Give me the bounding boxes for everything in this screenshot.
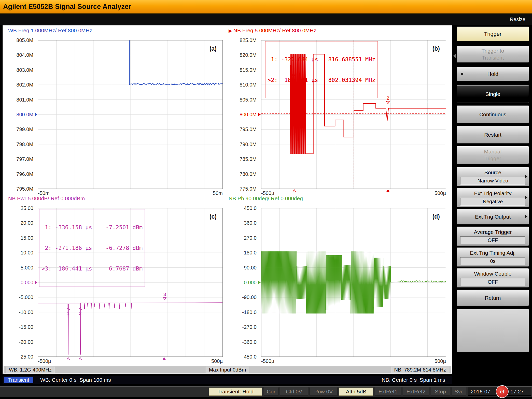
y-tick-label: -20.00 xyxy=(7,339,33,345)
x-tick-label: -50m xyxy=(38,190,50,196)
plots-panel: WB Freq 1.000MHz/ Ref 800.0MHz NB Freq 5… xyxy=(3,25,452,374)
menu-item-label: Window Couple xyxy=(474,270,511,277)
menu-manual-trigger: Manual Trigger xyxy=(457,146,529,164)
marker-readout-b: 1: -327.684 µs 816.688551 MHz >2: 186.44… xyxy=(265,41,378,98)
y-tick-label: 800.0M xyxy=(230,111,257,118)
status-stop: Stop xyxy=(431,388,450,396)
menu-item-label: Ext Trig Timing Adj. xyxy=(470,249,516,256)
plot-a-title: WB Freq 1.000MHz/ Ref 800.0MHz xyxy=(8,27,92,34)
x-tick-label: 500µ xyxy=(415,190,446,196)
reference-level-arrow-icon xyxy=(258,280,261,284)
y-tick-label: 805.0M xyxy=(230,97,257,103)
x-tick-label: -500µ xyxy=(261,190,274,196)
y-tick-label: -15.00 xyxy=(7,324,33,330)
app-title: Agilent E5052B Signal Source Analyzer xyxy=(3,0,131,13)
y-tick-label: 90.00 xyxy=(230,265,257,271)
y-tick-label: 800.0M xyxy=(7,111,33,118)
svg-text:3: 3 xyxy=(163,292,166,297)
menu-item-label: Ext Trig Output xyxy=(475,213,511,220)
plot-d-letter: (d) xyxy=(432,213,440,220)
menu-item-label: Ext Trig Polarity xyxy=(474,190,511,197)
status-ctrl-0v: Ctrl 0V xyxy=(280,388,308,396)
menu-item-value: Narrow Video xyxy=(460,177,525,185)
x-tick-label: 500µ xyxy=(192,358,223,364)
active-trace-icon xyxy=(229,27,233,33)
menu-item-label: Hold xyxy=(487,70,498,77)
y-tick-label: 180.0 xyxy=(230,250,257,256)
y-tick-label: -270.0 xyxy=(230,324,257,330)
nb-range-badge: NB: 789.2M-814.8MHz xyxy=(391,367,449,373)
y-tick-label: -5.000 xyxy=(7,294,33,300)
status-attn-5db: Attn 5dB xyxy=(339,388,373,396)
y-tick-label: 25.00 xyxy=(7,205,33,211)
y-tick-label: 825.0M xyxy=(230,37,257,43)
y-tick-label: 810.0M xyxy=(230,82,257,88)
menu-restart[interactable]: Restart xyxy=(457,126,529,144)
y-tick-label: 815.0M xyxy=(230,67,257,73)
svg-text:2: 2 xyxy=(79,311,82,316)
plot-a-canvas[interactable]: (a) xyxy=(38,40,223,189)
submenu-arrow-icon xyxy=(525,215,527,219)
menu-item-label: Average Trigger xyxy=(474,229,512,235)
menu-source[interactable]: SourceNarrow Video xyxy=(457,167,529,186)
y-tick-label: 804.0M xyxy=(7,52,33,58)
x-tick-label: 50m xyxy=(192,190,223,196)
status-17-27: 17:27 xyxy=(508,388,531,396)
menu-continuous[interactable]: Continuous xyxy=(457,105,529,123)
menu-window-couple[interactable]: Window CoupleOFF xyxy=(457,268,529,288)
menu-trigger: Trigger xyxy=(457,26,529,41)
menu-item-label: Continuous xyxy=(479,111,506,118)
wb-range-badge: WB: 1.2G-400MHz xyxy=(6,367,55,373)
y-tick-label: 795.0M xyxy=(230,126,257,132)
y-tick-label: 450.0 xyxy=(230,205,257,211)
menu-item-label: Source xyxy=(484,169,501,176)
menu-ext-trig-timing-adj[interactable]: Ext Trig Timing Adj.0s xyxy=(457,247,529,267)
wb-span-text: WB: Center 0 s Span 100 ms xyxy=(40,376,111,384)
y-tick-label: 805.0M xyxy=(7,37,33,43)
y-tick-label: 796.0M xyxy=(7,171,33,177)
y-tick-label: 785.0M xyxy=(230,156,257,162)
menu-hold[interactable]: Hold xyxy=(457,67,529,81)
nb-span-text: NB: Center 0 s Span 1 ms xyxy=(382,376,445,384)
system-bar: Transient: HoldCorCtrl 0VPow 0VAttn 5dBE… xyxy=(0,386,532,397)
menu-ext-trig-polarity[interactable]: Ext Trig PolarityNegative xyxy=(457,188,529,207)
y-tick-label: 20.00 xyxy=(7,220,33,226)
menu-average-trigger[interactable]: Average TriggerOFF xyxy=(457,226,529,246)
x-tick-label: 500µ xyxy=(415,358,446,364)
plot-a-letter: (a) xyxy=(209,45,217,52)
y-tick-label: 795.0M xyxy=(7,186,33,192)
menu-item-label: Restart xyxy=(484,131,501,138)
reference-level-arrow-icon xyxy=(258,112,261,117)
menu-item-label: Return xyxy=(485,294,501,301)
submenu-arrow-icon xyxy=(525,195,527,200)
resize-button[interactable]: Resize xyxy=(510,14,525,25)
status-extref2: ExtRef2 xyxy=(403,388,429,396)
plot-d-canvas[interactable]: (d) xyxy=(261,208,446,357)
menu-trigger-to-transient: Trigger to Transient xyxy=(457,46,529,63)
status-extref1: ExtRef1 xyxy=(375,388,401,396)
menu-item-value: 0s xyxy=(460,257,525,265)
menu-single[interactable]: Single xyxy=(457,85,529,103)
marker-readout-c: 1: -336.158 µs -7.2501 dBm 2: -271.186 µ… xyxy=(39,209,145,287)
menu-item-label: Single xyxy=(485,91,500,97)
y-tick-label: -90.00 xyxy=(230,294,257,300)
title-bar: Agilent E5052B Signal Source Analyzer xyxy=(0,0,532,14)
watermark-circle-icon: ef xyxy=(496,385,509,398)
y-tick-label: 0.000 xyxy=(7,279,33,286)
y-tick-label: -25.00 xyxy=(7,354,33,360)
y-tick-label: 803.0M xyxy=(7,67,33,73)
status-cor: Cor xyxy=(264,388,278,396)
y-tick-label: 10.00 xyxy=(7,250,33,256)
menu-return[interactable]: Return xyxy=(457,290,529,306)
x-tick-label: -500µ xyxy=(261,358,274,364)
max-input-badge: Max Input 0dBm xyxy=(206,367,249,373)
status-pow-0v: Pow 0V xyxy=(310,388,338,396)
submenu-arrow-icon xyxy=(525,175,527,179)
y-tick-label: 798.0M xyxy=(7,141,33,147)
plot-b-letter: (b) xyxy=(432,45,440,52)
y-tick-label: 801.0M xyxy=(7,97,33,103)
menu-item-label: Trigger to Transient xyxy=(481,47,504,61)
menu-blank-panel xyxy=(457,309,529,352)
menu-ext-trig-output[interactable]: Ext Trig Output xyxy=(457,209,529,224)
svg-text:2: 2 xyxy=(387,95,389,101)
